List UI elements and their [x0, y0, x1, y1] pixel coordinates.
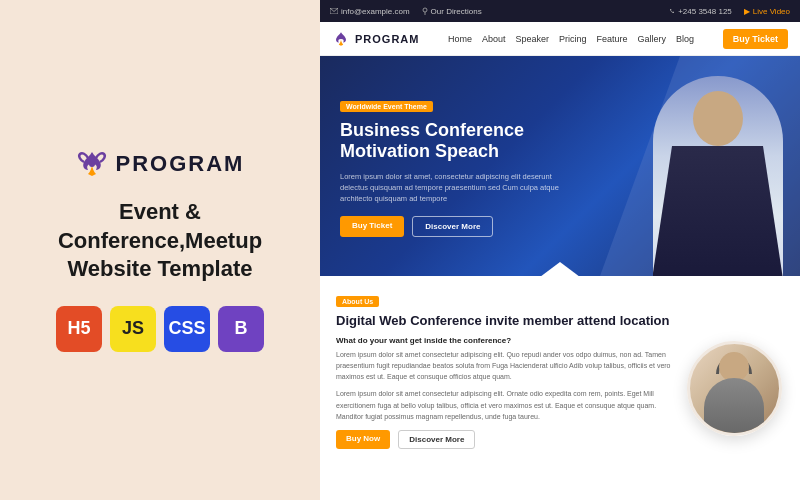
bootstrap-badge: B [218, 306, 264, 352]
phone-link[interactable]: +245 3548 125 [669, 7, 732, 16]
about-person-circle [687, 341, 782, 436]
about-buy-now-button[interactable]: Buy Now [336, 430, 390, 449]
directions-link[interactable]: Our Directions [422, 7, 482, 16]
about-content: About Us Digital Web Conference invite m… [336, 290, 672, 486]
about-question: What do your want get inside the confere… [336, 336, 672, 345]
brand-logo: PROGRAM [76, 148, 245, 180]
email-link[interactable]: info@example.com [330, 7, 410, 16]
nav-brand-name: PROGRAM [355, 33, 419, 45]
nav-home[interactable]: Home [448, 34, 472, 44]
nav-logo: PROGRAM [332, 30, 419, 48]
hero-discover-more-button[interactable]: Discover More [412, 216, 493, 237]
brand-name: PROGRAM [116, 151, 245, 177]
fleur-icon [76, 148, 108, 180]
main-nav: PROGRAM Home About Speaker Pricing Featu… [320, 22, 800, 56]
live-video-link[interactable]: ▶ Live Video [744, 7, 790, 16]
nav-feature[interactable]: Feature [597, 34, 628, 44]
tech-badges: H5 JS CSS B [56, 306, 264, 352]
top-bar-right: +245 3548 125 ▶ Live Video [669, 7, 790, 16]
person-head [693, 91, 743, 146]
hero-label: Worldwide Event Theme [340, 101, 433, 112]
css-badge: CSS [164, 306, 210, 352]
svg-point-0 [89, 161, 95, 167]
about-title: Digital Web Conference invite member att… [336, 313, 672, 330]
nav-buy-ticket-button[interactable]: Buy Ticket [723, 29, 788, 49]
top-bar: info@example.com Our Directions +245 354… [320, 0, 800, 22]
nav-speaker[interactable]: Speaker [516, 34, 550, 44]
right-panel: info@example.com Our Directions +245 354… [320, 0, 800, 500]
html-badge: H5 [56, 306, 102, 352]
hero-buy-ticket-button[interactable]: Buy Ticket [340, 216, 404, 237]
top-bar-left: info@example.com Our Directions [330, 7, 482, 16]
left-panel: PROGRAM Event & Conference,Meetup Websit… [0, 0, 320, 500]
person-suit [653, 146, 783, 276]
about-discover-more-button[interactable]: Discover More [398, 430, 475, 449]
hero-description: Lorem ipsum dolor sit amet, consectetur … [340, 171, 560, 205]
tagline: Event & Conference,Meetup Website Templa… [30, 198, 290, 284]
about-desc-1: Lorem ipsum dolor sit amet consectetur a… [336, 349, 672, 383]
svg-point-2 [423, 8, 427, 12]
nav-pricing[interactable]: Pricing [559, 34, 587, 44]
nav-about[interactable]: About [482, 34, 506, 44]
about-label: About Us [336, 296, 379, 307]
about-person-body [704, 378, 764, 436]
nav-links: Home About Speaker Pricing Feature Galle… [448, 34, 694, 44]
nav-gallery[interactable]: Gallery [638, 34, 667, 44]
person-silhouette [653, 76, 783, 276]
hero-person-image [645, 66, 790, 276]
nav-blog[interactable]: Blog [676, 34, 694, 44]
about-buttons: Buy Now Discover More [336, 430, 672, 449]
hero-section: Worldwide Event Theme Business Conferenc… [320, 56, 800, 276]
about-section: About Us Digital Web Conference invite m… [320, 276, 800, 500]
about-desc-2: Lorem ipsum dolor sit amet consectetur a… [336, 388, 672, 422]
js-badge: JS [110, 306, 156, 352]
about-person-image [684, 290, 784, 486]
